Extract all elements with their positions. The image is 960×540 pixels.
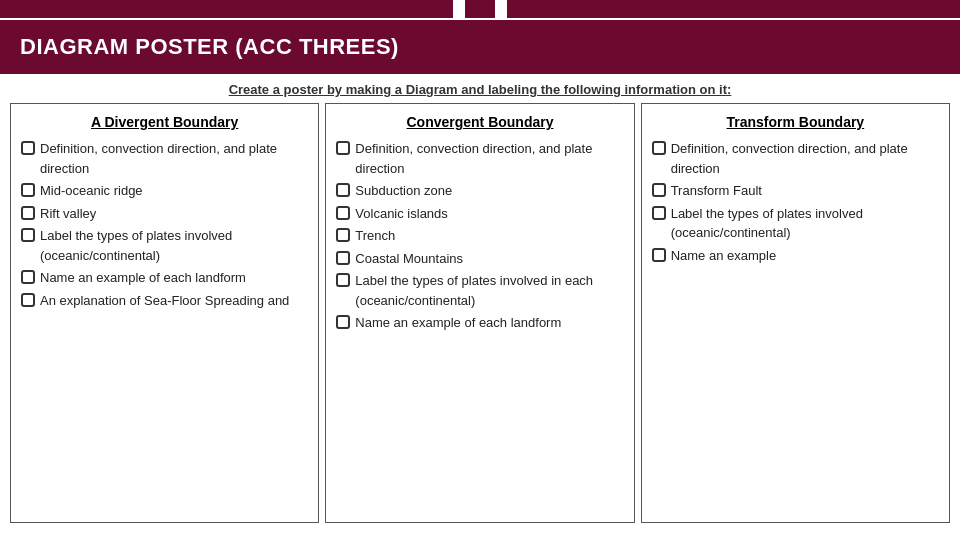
list-item: Rift valley — [21, 204, 308, 224]
item-label: Name an example — [671, 246, 777, 266]
checkbox-icon — [336, 315, 350, 329]
divergent-title: A Divergent Boundary — [21, 112, 308, 133]
item-label: Label the types of plates involved (ocea… — [671, 204, 939, 243]
transform-title: Transform Boundary — [652, 112, 939, 133]
item-label: Trench — [355, 226, 395, 246]
header: DIAGRAM POSTER (ACC THREES) — [0, 20, 960, 74]
checkbox-icon — [336, 228, 350, 242]
list-item: Name an example of each landform — [336, 313, 623, 333]
columns-container: A Divergent Boundary Definition, convect… — [10, 103, 950, 523]
checkbox-icon — [21, 293, 35, 307]
checkbox-icon — [21, 228, 35, 242]
top-bar-seg2 — [465, 0, 496, 18]
checkbox-icon — [652, 141, 666, 155]
item-label: Mid-oceanic ridge — [40, 181, 143, 201]
checkbox-icon — [336, 273, 350, 287]
subtitle: Create a poster by making a Diagram and … — [10, 82, 950, 97]
page-title: DIAGRAM POSTER (ACC THREES) — [20, 34, 399, 59]
transform-column: Transform Boundary Definition, convectio… — [641, 103, 950, 523]
list-item: Volcanic islands — [336, 204, 623, 224]
list-item: Name an example — [652, 246, 939, 266]
list-item: Label the types of plates involved (ocea… — [652, 204, 939, 243]
checkbox-icon — [21, 183, 35, 197]
checkbox-icon — [652, 183, 666, 197]
list-item: Trench — [336, 226, 623, 246]
item-label: Label the types of plates involved (ocea… — [40, 226, 308, 265]
checkbox-icon — [652, 248, 666, 262]
top-bar — [0, 0, 960, 18]
checkbox-icon — [21, 206, 35, 220]
list-item: Coastal Mountains — [336, 249, 623, 269]
item-label: Coastal Mountains — [355, 249, 463, 269]
item-label: Name an example of each landform — [40, 268, 246, 288]
item-label: Label the types of plates involved in ea… — [355, 271, 623, 310]
list-item: Definition, convection direction, and pl… — [21, 139, 308, 178]
list-item: Label the types of plates involved (ocea… — [21, 226, 308, 265]
top-bar-seg3 — [507, 0, 960, 18]
list-item: Subduction zone — [336, 181, 623, 201]
item-label: Definition, convection direction, and pl… — [40, 139, 308, 178]
list-item: An explanation of Sea-Floor Spreading an… — [21, 291, 308, 311]
item-label: Subduction zone — [355, 181, 452, 201]
convergent-title: Convergent Boundary — [336, 112, 623, 133]
item-label: An explanation of Sea-Floor Spreading an… — [40, 291, 289, 311]
convergent-column: Convergent Boundary Definition, convecti… — [325, 103, 634, 523]
item-label: Name an example of each landform — [355, 313, 561, 333]
top-bar-seg1 — [0, 0, 453, 18]
checkbox-icon — [336, 141, 350, 155]
list-item: Name an example of each landform — [21, 268, 308, 288]
list-item: Label the types of plates involved in ea… — [336, 271, 623, 310]
checkbox-icon — [21, 141, 35, 155]
divergent-column: A Divergent Boundary Definition, convect… — [10, 103, 319, 523]
item-label: Volcanic islands — [355, 204, 448, 224]
checkbox-icon — [336, 183, 350, 197]
item-label: Definition, convection direction, and pl… — [671, 139, 939, 178]
item-label: Rift valley — [40, 204, 96, 224]
list-item: Definition, convection direction, and pl… — [652, 139, 939, 178]
list-item: Definition, convection direction, and pl… — [336, 139, 623, 178]
checkbox-icon — [21, 270, 35, 284]
list-item: Transform Fault — [652, 181, 939, 201]
item-label: Transform Fault — [671, 181, 762, 201]
top-bar-gap2 — [499, 0, 507, 18]
top-bar-gap1 — [453, 0, 461, 18]
list-item: Mid-oceanic ridge — [21, 181, 308, 201]
checkbox-icon — [336, 206, 350, 220]
checkbox-icon — [652, 206, 666, 220]
item-label: Definition, convection direction, and pl… — [355, 139, 623, 178]
checkbox-icon — [336, 251, 350, 265]
